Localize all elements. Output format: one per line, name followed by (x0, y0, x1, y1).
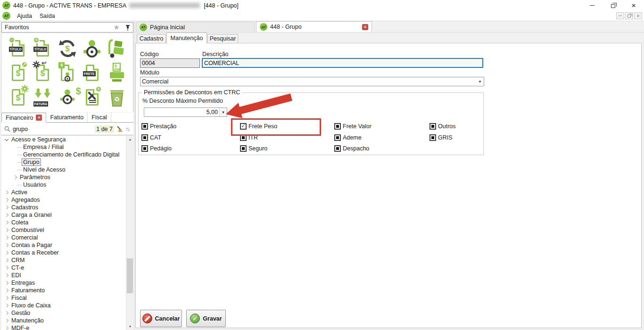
chevron-right-icon[interactable] (5, 228, 8, 232)
tree-item[interactable]: CT-e (1, 264, 126, 272)
chevron-right-icon[interactable] (5, 319, 8, 322)
chevron-right-icon[interactable] (5, 266, 8, 270)
chevron-right-icon[interactable] (5, 236, 8, 239)
clear-filter-broom-icon[interactable] (116, 126, 123, 132)
minimize-button[interactable] (582, 0, 603, 11)
chevron-right-icon[interactable] (5, 296, 8, 300)
tab-fiscal[interactable]: Fiscal (88, 112, 111, 122)
close-button[interactable]: ✕ (623, 0, 644, 11)
save-button[interactable]: ✓ Gravar (186, 310, 226, 327)
checkbox-gris[interactable]: ✓GRIS (429, 134, 453, 141)
tree-item[interactable]: Gerenciamento de Certificado Digital (1, 151, 126, 158)
chevron-right-icon[interactable] (5, 198, 8, 202)
tree-item[interactable]: Combustível (1, 226, 126, 234)
favorite-titulo-minus-icon[interactable]: – TÍTULO (7, 37, 29, 60)
tree-item[interactable]: Coleta (1, 219, 126, 226)
checkbox-pedagio[interactable]: ✓Pedágio (141, 145, 172, 152)
tree-item[interactable]: Contas a Pagar (1, 241, 126, 249)
tree-item[interactable]: Parâmetros (1, 173, 126, 181)
checkbox-despacho[interactable]: ✓Despacho (334, 145, 369, 152)
tree-item-selected[interactable]: Grupo (1, 158, 126, 166)
chevron-right-icon[interactable] (5, 304, 8, 307)
tree-item[interactable]: Cadastros (1, 204, 126, 211)
favorite-money-doc-gear-icon[interactable]: ↩ $ (32, 61, 54, 84)
tree-item[interactable]: Comercial (1, 234, 126, 241)
tree-item[interactable]: Manutenção (1, 317, 126, 324)
tree-item[interactable]: Active (1, 189, 126, 196)
checkbox-outros[interactable]: ✓Outros (429, 123, 456, 130)
tab-pagina-inicial[interactable]: AT Página Inicial (136, 22, 255, 32)
descricao-field[interactable] (202, 58, 483, 68)
star-icon[interactable]: ★ (114, 23, 120, 32)
favorite-tools-doc-plus-icon[interactable]: + (81, 85, 103, 109)
favorite-driver-money-icon[interactable]: $ (56, 85, 79, 109)
tree-item[interactable]: Acesso e Segurança (1, 136, 126, 143)
chevron-right-icon[interactable] (5, 213, 8, 217)
tab-manutencao[interactable]: Manutenção (166, 33, 207, 43)
tree-item[interactable]: Entregas (1, 279, 126, 287)
sort-icon[interactable]: ↑↓ (125, 126, 131, 132)
chevron-right-icon[interactable] (5, 258, 8, 262)
favorite-frete-doc-icon[interactable]: FRETE (81, 61, 103, 84)
chevron-right-icon[interactable] (5, 289, 8, 292)
mdi-restore-button[interactable] (625, 12, 633, 19)
chevron-right-icon[interactable] (5, 243, 8, 247)
tree-item[interactable]: Gestão (1, 309, 126, 317)
chevron-right-icon[interactable] (13, 175, 17, 179)
favorite-driver-icon[interactable] (81, 37, 103, 60)
tab-cadastro[interactable]: Cadastro (137, 34, 166, 43)
tree-item[interactable]: Carga a Granel (1, 211, 126, 219)
menu-ajuda[interactable]: Ajuda (13, 12, 36, 20)
chevron-right-icon[interactable] (5, 190, 8, 194)
chevron-right-icon[interactable] (5, 273, 8, 277)
tree-item[interactable]: CRM (1, 256, 126, 264)
chevron-right-icon[interactable] (5, 311, 8, 315)
tab-448-grupo[interactable]: AT 448 - Grupo ✕ (256, 21, 372, 32)
favorite-fatura-icon[interactable]: FATURA (32, 85, 54, 109)
close-tab-icon[interactable]: ✕ (362, 24, 368, 30)
checkbox-cat[interactable]: ✓CAT (141, 134, 161, 141)
mdi-minimize-button[interactable] (616, 12, 624, 19)
close-tab-icon[interactable]: ✕ (36, 115, 42, 121)
scrollbar-thumb[interactable] (127, 258, 133, 293)
discount-spinner[interactable]: 5,00 ▾ (144, 107, 227, 117)
menu-saida[interactable]: Saída (36, 12, 59, 20)
search-input[interactable] (13, 126, 69, 132)
checkbox-seguro[interactable]: ✓Seguro (240, 145, 267, 152)
codigo-field[interactable] (140, 58, 200, 68)
favorite-handtruck-icon[interactable] (106, 37, 128, 60)
tree-scrollbar[interactable]: ▲ ▼ (126, 136, 133, 330)
chevron-down-icon[interactable] (5, 137, 8, 140)
chevron-right-icon[interactable] (5, 281, 8, 285)
restore-button[interactable] (603, 0, 623, 11)
tree-item[interactable]: Nível de Acesso (1, 166, 126, 173)
scroll-down-icon[interactable]: ▼ (126, 323, 134, 330)
favorite-printer-money-icon[interactable]: $ (106, 61, 128, 84)
favorite-refresh-money-icon[interactable]: $ (56, 37, 79, 60)
favorite-money-doc-share-icon[interactable]: ↗ $ (7, 61, 29, 84)
mdi-close-button[interactable]: ✕ (634, 12, 642, 19)
tree-item[interactable]: Agregados (1, 196, 126, 204)
checkbox-ademe[interactable]: ✓Ademe (334, 134, 362, 141)
chevron-right-icon[interactable] (5, 326, 8, 330)
tree-item[interactable]: Faturamento (1, 287, 126, 294)
cancel-button[interactable]: Cancelar (140, 310, 182, 327)
favorite-money-doc-config-icon[interactable]: $ (7, 85, 29, 109)
favorite-money-driver-doc-icon[interactable]: $ (56, 61, 79, 84)
pin-icon[interactable] (125, 25, 130, 31)
panel-splitter[interactable] (134, 21, 135, 330)
chevron-right-icon[interactable] (5, 221, 8, 224)
chevron-right-icon[interactable] (5, 206, 8, 209)
tree-item[interactable]: Usuários (1, 181, 126, 189)
checkbox-prestacao[interactable]: ✓Prestação (141, 123, 176, 130)
chevron-down-icon[interactable]: ▾ (476, 77, 484, 86)
chevron-right-icon[interactable] (5, 251, 8, 255)
checkbox-frete-valor[interactable]: ✓Frete Valor (334, 123, 372, 130)
tree-item[interactable]: Empresa / Filial (1, 143, 126, 151)
favorite-titulo-plus-icon[interactable]: + TÍTULO (32, 37, 54, 60)
tree-item[interactable]: EDI (1, 272, 126, 279)
scroll-up-icon[interactable]: ▲ (126, 136, 134, 143)
tree-item[interactable]: Contas a Receber (1, 249, 126, 256)
modulo-select[interactable]: Comercial ▾ (140, 77, 484, 86)
tab-faturamento[interactable]: Faturamento (46, 112, 88, 122)
